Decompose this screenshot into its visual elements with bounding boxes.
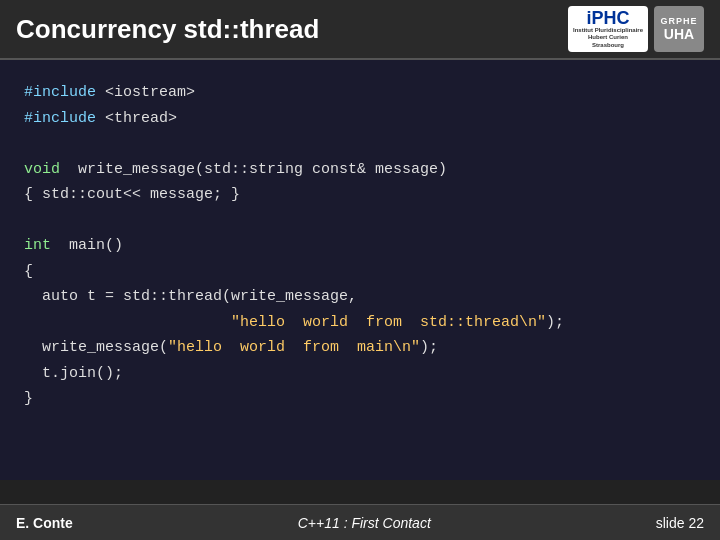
grphe-logo: GRPHE UHA: [654, 6, 704, 52]
footer-slide: slide 22: [656, 515, 704, 531]
footer: E. Conte C++11 : First Contact slide 22: [0, 504, 720, 540]
code-line-12: t.join();: [24, 361, 696, 387]
code-line-4: void write_message(std::string const& me…: [24, 157, 696, 183]
code-line-11: write_message("hello world from main\n")…: [24, 335, 696, 361]
code-line-5: { std::cout<< message; }: [24, 182, 696, 208]
code-line-2: #include <thread>: [24, 106, 696, 132]
code-line-7: int main(): [24, 233, 696, 259]
iphc-logo: iPHC Institut PluridisciplinaireHubert C…: [568, 6, 648, 52]
code-line-9: auto t = std::thread(write_message,: [24, 284, 696, 310]
iphc-logo-text: iPHC: [586, 9, 629, 27]
grphe-text: GRPHE: [660, 16, 697, 26]
header: Concurrency std::thread iPHC Institut Pl…: [0, 0, 720, 60]
footer-author: E. Conte: [16, 515, 73, 531]
code-line-3: [24, 131, 696, 157]
code-line-13: }: [24, 386, 696, 412]
uha-text: UHA: [664, 26, 694, 42]
logo-area: iPHC Institut PluridisciplinaireHubert C…: [568, 6, 704, 52]
page-title: Concurrency std::thread: [16, 14, 319, 45]
code-line-1: #include <iostream>: [24, 80, 696, 106]
code-line-8: {: [24, 259, 696, 285]
code-line-10: "hello world from std::thread\n");: [24, 310, 696, 336]
code-block: #include <iostream> #include <thread> vo…: [0, 60, 720, 480]
iphc-logo-sub: Institut PluridisciplinaireHubert Curien…: [573, 27, 643, 49]
footer-title: C++11 : First Contact: [298, 515, 431, 531]
code-line-6: [24, 208, 696, 234]
